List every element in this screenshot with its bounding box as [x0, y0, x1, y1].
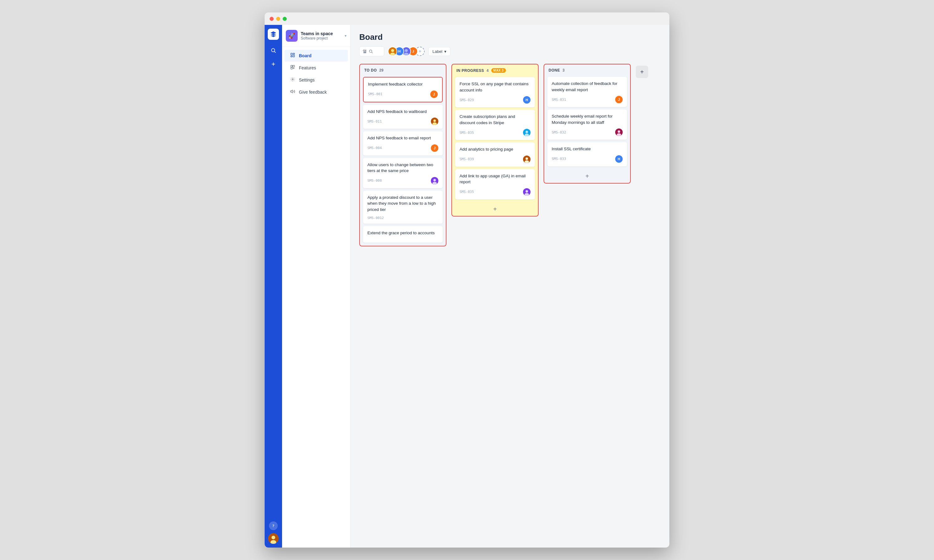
card-sms033-id: SMS-033: [552, 157, 566, 161]
svg-point-5: [271, 536, 275, 540]
avatar-j2: J: [618, 98, 620, 102]
card-sms035-stripe-id: SMS-035: [459, 131, 474, 135]
column-done-cards: Automate collection of feedback for week…: [544, 75, 630, 169]
label-chevron-icon: ▾: [444, 49, 447, 54]
card-sms035-ga[interactable]: Add link to app usage (GA) in email repo…: [455, 169, 535, 199]
app-logo[interactable]: [268, 29, 279, 40]
add-column-button[interactable]: +: [636, 66, 648, 78]
card-sms032-avatar: [615, 128, 623, 136]
svg-point-16: [292, 79, 293, 80]
main-header: Board 열: [351, 25, 669, 61]
card-sms035-stripe[interactable]: Create subscription plans and discount c…: [455, 110, 535, 140]
card-sms033[interactable]: Install SSL certificate SMS-033 H: [547, 142, 627, 166]
column-inprogress-title: IN PROGRESS: [456, 68, 484, 73]
board-area: TO DO 29 Implement feedback collector SM…: [351, 61, 669, 548]
add-done-card-button[interactable]: +: [544, 169, 630, 183]
close-button[interactable]: [270, 17, 274, 21]
search-icon: [368, 49, 373, 54]
project-header[interactable]: 🚀 Teams in space Software project ▾: [282, 25, 350, 47]
add-nav-icon[interactable]: [268, 58, 279, 70]
svg-rect-10: [291, 56, 292, 57]
column-inprogress: IN PROGRESS 4 MAX 3 Force SSL on any pag…: [452, 64, 539, 217]
logo-icon: [270, 31, 277, 38]
board-icon: [290, 52, 296, 59]
sidebar: 🚀 Teams in space Software project ▾: [282, 25, 351, 548]
svg-point-18: [369, 50, 372, 52]
svg-line-19: [372, 52, 373, 53]
card-grace-period-title: Extend the grace period to accounts: [367, 230, 438, 236]
add-inprogress-card-button[interactable]: +: [452, 203, 538, 216]
column-todo-cards: Implement feedback collector SMS-001 J 카…: [360, 75, 446, 246]
sidebar-item-features[interactable]: Features: [285, 62, 348, 74]
card-sms029[interactable]: Force SSL on any page that contains acco…: [455, 77, 535, 107]
board-toolbar: 열: [359, 46, 661, 56]
card-sms0012-id: SMS-0012: [367, 216, 384, 220]
sidebar-item-feedback[interactable]: Give feedback: [285, 86, 348, 98]
avatar-1[interactable]: [388, 47, 397, 56]
svg-rect-12: [293, 65, 294, 67]
card-sms032-title: Schedule weekly email report for Monday …: [552, 113, 623, 125]
column-done-title: DONE: [549, 68, 560, 72]
column-done: DONE 3 Automate collection of feedback f…: [544, 64, 631, 183]
minimize-button[interactable]: [276, 17, 280, 21]
card-sms032[interactable]: Schedule weekly email report for Monday …: [547, 109, 627, 140]
svg-point-24: [405, 49, 408, 52]
svg-point-22: [390, 52, 395, 56]
project-info: Teams in space Software project: [301, 31, 342, 40]
card-sms008[interactable]: Allow users to change between two tiers …: [363, 158, 443, 188]
card-sms0012-title: Apply a prorated discount to a user when…: [367, 194, 438, 213]
label-filter[interactable]: Label ▾: [428, 47, 450, 56]
card-sms004-footer: SMS-004 J: [367, 145, 438, 152]
titlebar: [265, 12, 669, 25]
help-icon[interactable]: ?: [269, 522, 278, 530]
main-content: Board 열: [351, 25, 669, 548]
sidebar-item-settings[interactable]: Settings: [285, 74, 348, 86]
card-sms033-avatar: H: [615, 155, 623, 163]
card-sms008-id: SMS-008: [367, 178, 382, 183]
maximize-button[interactable]: [283, 17, 287, 21]
user-avatar-nav[interactable]: [268, 533, 279, 544]
sidebar-board-label: Board: [299, 53, 311, 58]
card-sms039-title: Add analytics to pricing page: [459, 146, 530, 152]
card-sms029-footer: SMS-029 H: [459, 96, 530, 104]
sidebar-settings-label: Settings: [299, 77, 315, 82]
card-sms039[interactable]: Add analytics to pricing page SMS-039: [455, 143, 535, 167]
column-inprogress-header: IN PROGRESS 4 MAX 3: [452, 65, 538, 76]
avatar-letter: J: [433, 92, 435, 96]
column-inprogress-count: 4: [487, 68, 489, 73]
sidebar-features-label: Features: [299, 65, 316, 70]
avatar-h3: H: [618, 157, 620, 161]
settings-icon: [290, 77, 296, 83]
card-sms004[interactable]: Add NPS feedback to email report SMS-004…: [363, 131, 443, 155]
card-sms001-title: Implement feedback collector: [368, 81, 438, 88]
svg-rect-7: [291, 53, 292, 55]
card-grace-period[interactable]: Extend the grace period to accounts: [363, 226, 443, 243]
card-sms008-title: Allow users to change between two tiers …: [367, 162, 438, 174]
card-sms035-ga-id: SMS-035: [459, 190, 474, 194]
card-sms029-avatar: H: [523, 96, 530, 104]
card-sms032-id: SMS-032: [552, 130, 566, 134]
icon-nav-bottom: ?: [268, 522, 279, 544]
svg-marker-17: [290, 90, 292, 93]
card-sms031[interactable]: Automate collection of feedback for week…: [547, 77, 627, 107]
card-sms0012[interactable]: Apply a prorated discount to a user when…: [363, 191, 443, 224]
card-sms001[interactable]: Implement feedback collector SMS-001 J: [363, 77, 443, 102]
svg-point-0: [271, 49, 275, 52]
svg-rect-11: [291, 65, 292, 67]
svg-point-42: [618, 130, 620, 133]
card-sms033-footer: SMS-033 H: [552, 155, 623, 163]
column-todo: TO DO 29 Implement feedback collector SM…: [359, 64, 447, 246]
card-sms011-footer: SMS-011: [367, 118, 438, 125]
search-nav-icon[interactable]: [268, 45, 279, 56]
card-sms011[interactable]: Add NPS feedback to wallboard SMS-011: [363, 105, 443, 129]
card-sms039-avatar: [523, 155, 530, 163]
card-sms001-avatar: J: [430, 91, 438, 98]
svg-point-25: [404, 52, 409, 56]
card-sms004-title: Add NPS feedback to email report: [367, 135, 438, 141]
search-box[interactable]: 열: [359, 46, 384, 56]
svg-rect-13: [291, 68, 292, 69]
card-sms035-ga-avatar: [523, 188, 530, 196]
card-sms031-avatar: J: [615, 96, 623, 103]
project-sub: Software project: [301, 36, 342, 40]
sidebar-item-board[interactable]: Board: [285, 50, 348, 62]
